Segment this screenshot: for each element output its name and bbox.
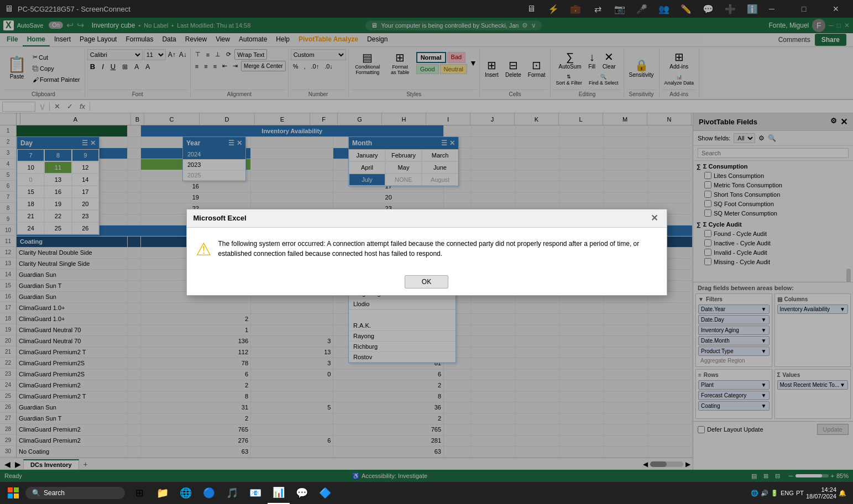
- dialog-footer: OK: [187, 271, 667, 295]
- taskbar-spotify[interactable]: 🎵: [221, 482, 243, 504]
- dialog-close-button[interactable]: ✕: [649, 213, 660, 224]
- dialog-body: ⚠ The following system error occurred: A…: [187, 228, 667, 271]
- search-icon: 🔍: [32, 489, 40, 497]
- region: PT: [796, 490, 804, 496]
- language-region: ENG PT: [781, 490, 804, 496]
- taskbar-edge[interactable]: 🌐: [175, 482, 197, 504]
- search-bar[interactable]: 🔍 Search: [25, 487, 125, 499]
- time: 14:24: [806, 486, 836, 493]
- clock[interactable]: 14:24 18/07/2024: [806, 486, 836, 500]
- dialog-overlay: Microsoft Excel ✕ ⚠ The following system…: [0, 0, 853, 504]
- svg-rect-0: [8, 487, 13, 492]
- taskbar: 🔍 Search ⊞ 📁 🌐 🔵 🎵 📧 📊 💬 🔷 🌐 🔊 🔋 ENG PT …: [0, 482, 853, 504]
- taskbar-outlook[interactable]: 📧: [244, 482, 266, 504]
- taskbar-right: 🌐 🔊 🔋 ENG PT 14:24 18/07/2024 🔔: [751, 486, 851, 500]
- dialog-title-text: Microsoft Excel: [193, 214, 247, 222]
- search-placeholder: Search: [44, 489, 65, 497]
- taskbar-file-explorer[interactable]: 📁: [151, 482, 174, 504]
- battery-icon[interactable]: 🔋: [771, 490, 778, 497]
- dialog-warning-icon: ⚠: [196, 239, 212, 260]
- taskbar-icons: ⊞ 📁 🌐 🔵 🎵 📧 📊 💬 🔷: [128, 482, 336, 504]
- notifications-icon[interactable]: 🔔: [839, 490, 846, 497]
- dialog-ok-button[interactable]: OK: [405, 275, 448, 288]
- taskbar-chrome[interactable]: 🔵: [198, 482, 220, 504]
- svg-rect-1: [14, 487, 19, 492]
- dialog: Microsoft Excel ✕ ⚠ The following system…: [186, 209, 667, 296]
- dialog-title: Microsoft Excel ✕: [187, 209, 667, 228]
- start-button[interactable]: [2, 483, 24, 503]
- svg-rect-3: [14, 494, 19, 498]
- dialog-message: The following system error occurred: A c…: [218, 239, 658, 259]
- date: 18/07/2024: [806, 493, 836, 500]
- taskbar-app2[interactable]: 🔷: [314, 482, 336, 504]
- network-icon[interactable]: 🌐: [751, 490, 758, 497]
- taskbar-teams[interactable]: 💬: [291, 482, 313, 504]
- taskbar-excel-active[interactable]: 📊: [268, 482, 290, 504]
- volume-icon[interactable]: 🔊: [761, 490, 768, 497]
- language: ENG: [781, 490, 794, 496]
- svg-rect-2: [8, 494, 13, 498]
- taskbar-task-view[interactable]: ⊞: [128, 482, 150, 504]
